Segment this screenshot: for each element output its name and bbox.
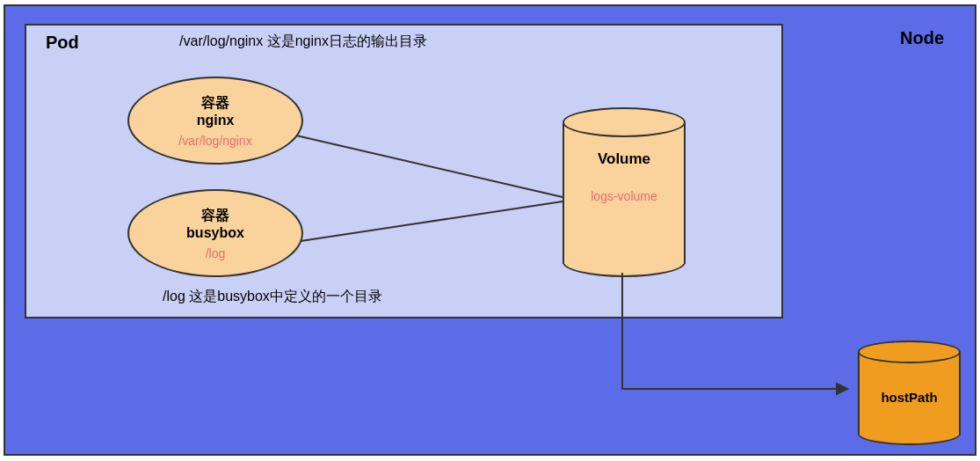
cylinder-top (563, 107, 686, 137)
svg-line-0 (296, 135, 563, 197)
svg-line-1 (301, 201, 563, 241)
pod-label: Pod (46, 33, 79, 53)
container-nginx-prefix: 容器 (201, 94, 229, 113)
volume-name: logs-volume (591, 189, 657, 203)
node-label: Node (900, 28, 944, 48)
hostpath-cylinder: hostPath (858, 340, 961, 435)
hostpath-cylinder-body: hostPath (858, 352, 961, 435)
annotation-busybox-log: /log 这是busybox中定义的一个目录 (163, 288, 382, 306)
hostpath-label: hostPath (881, 390, 937, 405)
container-nginx-path: /var/log/nginx (178, 134, 251, 148)
annotation-nginx-log: /var/log/nginx 这是nginx日志的输出目录 (176, 33, 431, 51)
container-busybox-path: /log (206, 246, 226, 260)
volume-label: Volume (598, 150, 650, 168)
node-container: Node Pod /var/log/nginx 这是nginx日志的输出目录 /… (4, 4, 976, 456)
svg-marker-2 (837, 384, 847, 394)
cylinder-body: Volume logs-volume (563, 122, 686, 264)
container-busybox-prefix: 容器 (201, 207, 229, 225)
container-nginx: 容器 nginx /var/log/nginx (127, 77, 303, 165)
hostpath-cylinder-top (858, 340, 961, 363)
pod-container: Pod /var/log/nginx 这是nginx日志的输出目录 /log 这… (25, 24, 783, 318)
container-busybox: 容器 busybox /log (127, 189, 303, 277)
volume-cylinder: Volume logs-volume (563, 107, 686, 264)
container-busybox-name: busybox (186, 225, 244, 241)
container-nginx-name: nginx (197, 113, 235, 128)
